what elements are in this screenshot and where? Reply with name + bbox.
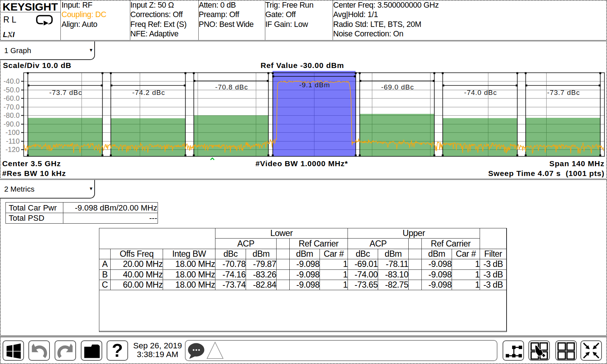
svg-text:-80.0: -80.0: [4, 111, 20, 119]
svg-text:-70.8 dBc: -70.8 dBc: [215, 83, 248, 91]
svg-text:-73.7 dBc: -73.7 dBc: [49, 89, 82, 96]
svg-text:-74.0 dBc: -74.0 dBc: [464, 89, 497, 96]
svg-text:-120: -120: [5, 145, 20, 153]
svg-text:-110: -110: [6, 137, 20, 145]
svg-text:-40.0: -40.0: [4, 77, 20, 85]
svg-text:-74.2 dBc: -74.2 dBc: [132, 89, 165, 96]
svg-text:-60.0: -60.0: [4, 94, 20, 102]
svg-text:-90.0: -90.0: [4, 120, 20, 128]
svg-text:-70.0: -70.0: [4, 103, 20, 111]
svg-text:-50.0: -50.0: [4, 86, 20, 94]
svg-text:-100: -100: [5, 128, 20, 136]
svg-text:-73.7 dBc: -73.7 dBc: [547, 89, 580, 96]
svg-text:-69.0 dBc: -69.0 dBc: [381, 83, 414, 91]
